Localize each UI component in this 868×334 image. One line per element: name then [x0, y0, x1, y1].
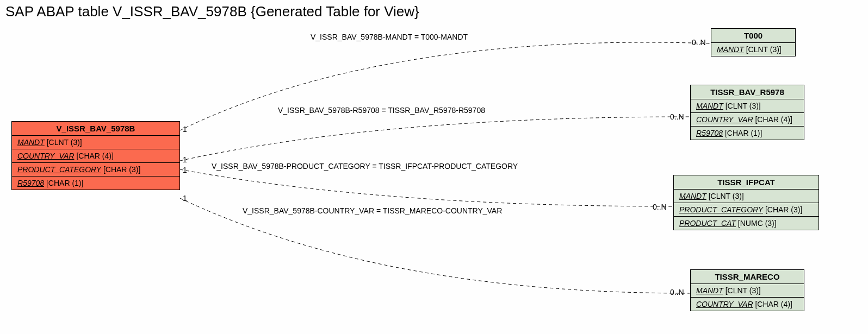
page-title: SAP ABAP table V_ISSR_BAV_5978B {Generat… [5, 3, 419, 20]
field-type: [CLNT (3)] [709, 192, 744, 200]
field-name: COUNTRY_VAR [17, 152, 75, 160]
field-name: COUNTRY_VAR [696, 115, 753, 124]
field-name: PRODUCT_CAT [679, 219, 736, 228]
cardinality-right: 0..N [670, 288, 684, 297]
field-name: MANDT [717, 45, 744, 54]
field-name: MANDT [679, 192, 706, 200]
entity-header: T000 [711, 29, 795, 43]
field-type: [CHAR (1)] [725, 129, 762, 137]
entity-t000: T000 MANDT [CLNT (3)] [711, 28, 796, 56]
field-type: [CHAR (4)] [755, 300, 792, 308]
cardinality-right: 0..N [670, 112, 684, 121]
field-name: R59708 [17, 179, 44, 187]
cardinality-right: 0..N [692, 38, 706, 47]
entity-header: TISSR_IFPCAT [674, 175, 819, 190]
field-name: COUNTRY_VAR [696, 300, 753, 308]
field-row: MANDT [CLNT (3)] [674, 190, 819, 203]
field-type: [CLNT (3)] [726, 102, 761, 110]
entity-header: TISSR_BAV_R5978 [691, 85, 804, 99]
cardinality-left: 1 [183, 125, 187, 134]
field-row: MANDT [CLNT (3)] [12, 136, 179, 149]
field-row: PRODUCT_CATEGORY [CHAR (3)] [674, 203, 819, 217]
field-type: [CLNT (3)] [47, 138, 82, 147]
relation-label: V_ISSR_BAV_5978B-MANDT = T000-MANDT [311, 33, 468, 41]
field-name: PRODUCT_CATEGORY [17, 165, 101, 174]
field-type: [CLNT (3)] [726, 286, 761, 295]
field-row: R59708 [CHAR (1)] [12, 177, 179, 190]
entity-header: V_ISSR_BAV_5978B [12, 122, 179, 136]
field-type: [CLNT (3)] [746, 45, 782, 54]
field-row: MANDT [CLNT (3)] [691, 284, 804, 298]
cardinality-left: 1 [183, 166, 187, 174]
entity-tissr-mareco: TISSR_MARECO MANDT [CLNT (3)] COUNTRY_VA… [690, 269, 804, 311]
field-name: MANDT [17, 138, 45, 147]
field-row: MANDT [CLNT (3)] [691, 99, 804, 113]
entity-tissr-bav-r5978: TISSR_BAV_R5978 MANDT [CLNT (3)] COUNTRY… [690, 85, 804, 140]
relation-label: V_ISSR_BAV_5978B-R59708 = TISSR_BAV_R597… [278, 106, 485, 115]
cardinality-left: 1 [183, 194, 187, 203]
field-name: R59708 [696, 129, 723, 137]
field-type: [CHAR (3)] [765, 205, 802, 214]
field-row: PRODUCT_CATEGORY [CHAR (3)] [12, 163, 179, 177]
field-row: COUNTRY_VAR [CHAR (4)] [691, 298, 804, 311]
field-name: PRODUCT_CATEGORY [679, 205, 763, 214]
field-row: MANDT [CLNT (3)] [711, 43, 795, 56]
relation-label: V_ISSR_BAV_5978B-COUNTRY_VAR = TISSR_MAR… [243, 206, 502, 215]
field-type: [CHAR (4)] [755, 115, 792, 124]
field-name: MANDT [696, 102, 723, 110]
field-type: [CHAR (3)] [103, 165, 140, 174]
field-row: R59708 [CHAR (1)] [691, 127, 804, 140]
cardinality-left: 1 [183, 155, 187, 164]
entity-tissr-ifpcat: TISSR_IFPCAT MANDT [CLNT (3)] PRODUCT_CA… [673, 175, 819, 230]
cardinality-right: 0..N [653, 203, 667, 211]
entity-header: TISSR_MARECO [691, 270, 804, 284]
field-row: PRODUCT_CAT [NUMC (3)] [674, 217, 819, 230]
field-type: [CHAR (1)] [46, 179, 83, 187]
entity-source: V_ISSR_BAV_5978B MANDT [CLNT (3)] COUNTR… [11, 121, 180, 190]
field-type: [CHAR (4)] [76, 152, 113, 160]
field-type: [NUMC (3)] [738, 219, 777, 228]
field-row: COUNTRY_VAR [CHAR (4)] [12, 149, 179, 163]
field-row: COUNTRY_VAR [CHAR (4)] [691, 113, 804, 127]
field-name: MANDT [696, 286, 723, 295]
relation-label: V_ISSR_BAV_5978B-PRODUCT_CATEGORY = TISS… [212, 162, 518, 171]
